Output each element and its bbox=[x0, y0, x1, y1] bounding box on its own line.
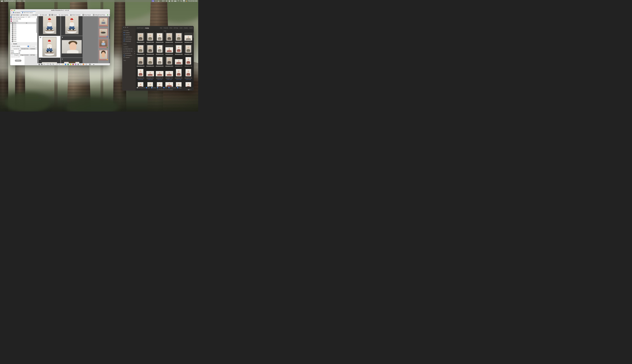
rotate-left-icon[interactable]: ↺ bbox=[56, 64, 58, 65]
grid-cell[interactable] bbox=[61, 16, 82, 36]
subject-row[interactable]: 0003 bbox=[10, 26, 37, 28]
file-item[interactable]: DSD06297.JPG3,936×2,624 bbox=[165, 68, 174, 80]
control-center-icon[interactable] bbox=[183, 0, 185, 2]
collapse-details-button[interactable] bbox=[10, 43, 12, 44]
filmstrip-scrollbar-thumb[interactable] bbox=[109, 17, 110, 39]
file-item[interactable]: DSD06280.JPG bbox=[174, 32, 183, 44]
finder-scrollbar-thumb[interactable] bbox=[193, 32, 194, 38]
finish-shoot-button[interactable]: Finish Shoot bbox=[107, 14, 110, 16]
subject-row[interactable]: 0009 bbox=[10, 38, 37, 40]
file-item[interactable]: DSD06295.JPG3,936×2,624 bbox=[146, 68, 155, 80]
subject-row[interactable]: 0008 bbox=[10, 36, 37, 38]
eject-icon[interactable] bbox=[134, 53, 135, 54]
apple-menu-icon[interactable] bbox=[1, 0, 3, 2]
path-item-2025[interactable]: 2025 bbox=[163, 87, 167, 88]
grid-cell-9[interactable]: 9 bbox=[61, 36, 82, 58]
sidebar-item-printserver[interactable]: printserver bbox=[124, 52, 135, 54]
tab-image-comment[interactable]: Image Comment bbox=[20, 54, 30, 56]
bulb-icon[interactable] bbox=[85, 64, 87, 65]
subject-row[interactable]: 000116 bbox=[10, 22, 37, 24]
file-item[interactable]: DSD06292.JPG bbox=[174, 56, 183, 68]
filmstrip-thumbnail[interactable]: ★ bbox=[99, 18, 108, 26]
grid-cell-7[interactable]: 7 bbox=[61, 58, 82, 63]
sidebar-item-themegabox[interactable]: TheMegaBox bbox=[124, 55, 135, 56]
play-icon[interactable]: ▶ bbox=[166, 0, 167, 2]
tab-close-icon[interactable]: × bbox=[34, 12, 34, 13]
filmstrip-thumbnail[interactable] bbox=[99, 50, 108, 60]
account-icon[interactable] bbox=[168, 0, 170, 2]
file-item[interactable]: DSD06283.JPG bbox=[146, 44, 155, 56]
file-item[interactable]: DSD06281.JPG bbox=[184, 32, 193, 44]
sidebar-item-downloads[interactable]: Downloads bbox=[124, 40, 135, 42]
menu-window[interactable]: Window bbox=[17, 0, 21, 2]
file-item[interactable]: DSD06278.JPG bbox=[155, 32, 164, 44]
shoot-comment-button[interactable]: Shoot Comment bbox=[70, 14, 80, 16]
color-dot-icon[interactable] bbox=[70, 64, 71, 65]
back-forward-button[interactable]: Back/Forward bbox=[137, 27, 144, 28]
zoom-in-icon[interactable] bbox=[50, 64, 51, 65]
toolbar-action-share[interactable]: Share bbox=[170, 27, 172, 28]
fit-icon[interactable] bbox=[47, 64, 49, 65]
file-item-partial[interactable] bbox=[155, 82, 164, 87]
sort-icon[interactable] bbox=[10, 16, 12, 18]
file-item-partial[interactable] bbox=[136, 82, 145, 87]
filmstrip-thumbnail[interactable] bbox=[99, 28, 108, 37]
file-item[interactable]: DSD06289.JPG bbox=[146, 56, 155, 68]
file-item[interactable]: DSD06276.JPG bbox=[136, 32, 145, 44]
sidebar-item-recents[interactable]: Recents bbox=[124, 34, 135, 36]
zoom-out-icon[interactable] bbox=[52, 64, 54, 65]
file-item[interactable]: DSD06288.JPG bbox=[136, 56, 145, 68]
file-item[interactable]: DSD06294.JPG2,624×3,936 bbox=[136, 68, 145, 80]
path-item-orgigg[interactable]: orgigg bbox=[177, 87, 182, 88]
sidebar-item-network[interactable]: Network bbox=[124, 57, 135, 58]
subject-list-header[interactable]: Subject last name, first name P SFP bbox=[10, 16, 37, 18]
color-label-dot[interactable] bbox=[107, 36, 108, 37]
icon-size-slider[interactable] bbox=[187, 90, 192, 90]
group-row[interactable]: group photo (0/5) bbox=[10, 18, 37, 20]
file-item[interactable]: DSD06299.JPG2,624×3,936 bbox=[184, 68, 193, 80]
set-absent-button[interactable]: Set Absent bbox=[30, 14, 38, 16]
grey-card-button[interactable]: Grey card bbox=[40, 14, 47, 16]
g-app-icon[interactable]: G bbox=[156, 0, 156, 2]
star-icon[interactable]: ★ bbox=[80, 64, 82, 65]
file-item[interactable]: DSD06291.JPG bbox=[165, 56, 174, 68]
tab-histogram[interactable]: Histogram bbox=[13, 54, 20, 56]
path-item-lwmbp[interactable]: lwmbp bbox=[151, 87, 156, 88]
file-item[interactable]: DSD06282.JPG bbox=[136, 44, 145, 56]
file-item[interactable]: DSD06286.JPG bbox=[174, 44, 183, 56]
file-item[interactable]: DSD06298.JPG2,624×3,936 bbox=[174, 68, 183, 80]
eject-icon[interactable] bbox=[134, 50, 135, 52]
subject-filter-dropdown[interactable]: All active subjects bbox=[10, 45, 29, 47]
group-row[interactable]: main (0/20) bbox=[10, 20, 37, 22]
zoom-window-button[interactable] bbox=[127, 27, 128, 28]
color-label-dot[interactable] bbox=[107, 59, 108, 60]
sidebar-item-macintosh-hd[interactable]: Macintosh HD bbox=[124, 48, 135, 50]
import-button[interactable] bbox=[49, 14, 50, 16]
minimize-window-button[interactable] bbox=[125, 27, 126, 28]
sync-icon[interactable]: ↻ bbox=[44, 64, 45, 65]
image-icon[interactable] bbox=[38, 64, 40, 65]
menu-app-name[interactable]: NetlifePhotolinkPro3 bbox=[4, 0, 16, 2]
file-item[interactable]: DSD06290.JPG bbox=[155, 56, 164, 68]
color-label-dot[interactable] bbox=[107, 47, 108, 48]
file-item[interactable]: DSD06284.JPG bbox=[155, 44, 164, 56]
sibling-friend-photo-button[interactable]: Sibling/Friend Photo bbox=[93, 14, 105, 16]
folder-icon[interactable] bbox=[41, 64, 42, 65]
grid-cell[interactable] bbox=[39, 16, 60, 36]
screen-sharing-icon[interactable] bbox=[152, 0, 154, 2]
menu-bar-clock[interactable]: Thu 26 Feb 15:56 bbox=[188, 0, 197, 2]
filmstrip-scrollbar-track[interactable] bbox=[109, 16, 110, 63]
subject-row[interactable]: 0005 bbox=[10, 30, 37, 32]
path-item-users[interactable]: Users bbox=[146, 87, 150, 88]
grid-cell-8[interactable]: 8 bbox=[39, 58, 60, 63]
grid-cell-10[interactable]: 10 bbox=[39, 36, 60, 58]
menu-help[interactable]: Help bbox=[23, 0, 25, 2]
shoot-report-button[interactable]: Shoot Report bbox=[82, 14, 91, 16]
path-item-desktop[interactable]: Desktop bbox=[157, 87, 162, 88]
tab-main-shoot-test222[interactable]: Main shoot: test222× bbox=[21, 12, 36, 14]
color-dot-icon[interactable] bbox=[72, 64, 74, 65]
title-bar[interactable]: Netlife Photolink Pro 3 - v3.2.10 bbox=[10, 9, 110, 12]
sidebar-item-dropbox[interactable]: Dropbox bbox=[124, 32, 135, 33]
tab-exif-view[interactable]: Exif View bbox=[30, 54, 36, 56]
rotate-right-icon[interactable]: ↻ bbox=[59, 64, 60, 65]
